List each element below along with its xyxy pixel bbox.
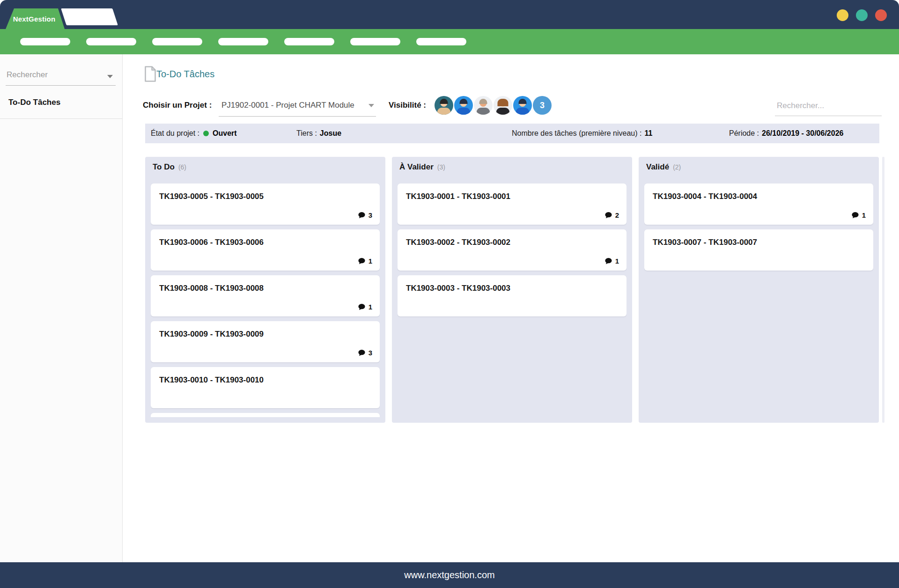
column-todo: To Do(6)TK1903-0005 - TK1903-00053TK1903… — [145, 157, 385, 423]
column-cards: TK1903-0005 - TK1903-00053TK1903-0006 - … — [151, 184, 380, 417]
project-period: Période : 26/10/2019 - 30/06/2026 — [729, 124, 843, 143]
avatar-glasses-icon[interactable] — [435, 96, 453, 115]
avatar-hair — [440, 99, 448, 104]
page-title: To-Do Tâches — [156, 69, 214, 80]
nav-pill-4[interactable] — [218, 38, 268, 45]
toolbar: Choisir un Projet : PJ1902-0001 - Projet… — [0, 96, 899, 117]
project-state-value: Ouvert — [213, 129, 237, 138]
column-count: (3) — [437, 162, 445, 171]
comment-count: 1 — [368, 257, 372, 265]
task-card[interactable]: TK1903-0010 - TK1903-0010 — [151, 367, 380, 408]
column-header: Validé(2) — [644, 162, 873, 178]
comment-badge: 2 — [604, 211, 619, 219]
maximize-button[interactable] — [856, 9, 868, 21]
chevron-down-icon — [107, 75, 113, 78]
project-tiers: Tiers : Josue — [296, 124, 341, 143]
task-card[interactable]: TK1903-0002 - TK1903-00021 — [398, 229, 626, 271]
comment-badge: 1 — [604, 257, 619, 265]
project-state-label: État du projet : — [151, 129, 199, 138]
sidebar-filter-select[interactable]: Rechercher — [6, 69, 116, 86]
chevron-down-icon — [368, 104, 374, 107]
column-title: À Valider — [399, 162, 434, 172]
project-select-label: Choisir un Projet : — [143, 101, 212, 110]
comment-count: 2 — [615, 211, 619, 219]
task-card[interactable]: TK1903-0007 - TK1903-0007 — [644, 229, 873, 271]
comment-badge: 1 — [851, 211, 866, 219]
nav-pill-2[interactable] — [86, 38, 136, 45]
task-card[interactable]: TK1903-0004 - TK1903-00041 — [644, 184, 873, 225]
comment-icon — [358, 303, 366, 310]
comment-badge: 1 — [358, 303, 372, 311]
comment-icon — [358, 349, 366, 356]
comment-badge: 1 — [358, 257, 372, 265]
visibility-label: Visibilité : — [389, 101, 426, 110]
app-header: NextGestion — [0, 0, 899, 29]
task-card[interactable]: TK1903-0003 - TK1903-0003 — [398, 275, 626, 316]
brand-tab[interactable]: NextGestion — [4, 8, 65, 29]
task-card-title: TK1903-0004 - TK1903-0004 — [653, 192, 757, 201]
task-card[interactable] — [151, 413, 380, 417]
project-task-count: Nombre des tâches (première niveau) : 11 — [512, 124, 652, 143]
project-select-value: PJ1902-0001 - Projet CHART Module — [221, 101, 354, 110]
task-card-title: TK1903-0003 - TK1903-0003 — [406, 284, 510, 293]
task-card[interactable]: TK1903-0005 - TK1903-00053 — [151, 184, 380, 225]
avatar-hair — [498, 99, 508, 106]
column-valide: Validé(2)TK1903-0004 - TK1903-00041TK190… — [639, 157, 879, 423]
secondary-tab[interactable] — [61, 8, 118, 25]
task-card-title: TK1903-0008 - TK1903-0008 — [159, 284, 264, 293]
period-value: 26/10/2019 - 30/06/2026 — [762, 129, 843, 138]
nav-pill-1[interactable] — [20, 38, 70, 45]
window-controls — [837, 9, 887, 21]
task-card-title: TK1903-0007 - TK1903-0007 — [653, 238, 757, 247]
comment-icon — [604, 212, 612, 219]
comment-icon — [358, 212, 366, 219]
column-header: To Do(6) — [151, 162, 380, 178]
avatar-torso — [437, 108, 450, 115]
task-card[interactable]: TK1903-0009 - TK1903-00093 — [151, 321, 380, 362]
task-card[interactable]: TK1903-0001 - TK1903-00012 — [398, 184, 626, 225]
task-card-title: TK1903-0010 - TK1903-0010 — [159, 375, 264, 385]
avatar-gray-icon[interactable] — [474, 96, 493, 115]
task-count-value: 11 — [644, 129, 652, 138]
task-card-title: TK1903-0001 - TK1903-0001 — [406, 192, 510, 201]
visibility-more-badge[interactable]: 3 — [533, 96, 552, 115]
column-cards: TK1903-0004 - TK1903-00041TK1903-0007 - … — [644, 184, 873, 417]
nav-pill-7[interactable] — [416, 38, 466, 45]
kanban-board: To Do(6)TK1903-0005 - TK1903-00053TK1903… — [145, 157, 879, 423]
avatar-torso — [477, 108, 490, 115]
task-card[interactable]: TK1903-0006 - TK1903-00061 — [151, 229, 380, 271]
task-card-title: TK1903-0005 - TK1903-0005 — [159, 192, 264, 201]
avatar-hair — [479, 99, 487, 104]
nav-pill-5[interactable] — [284, 38, 334, 45]
avatar-boy-icon[interactable] — [454, 96, 473, 115]
column-title: To Do — [153, 162, 175, 172]
comment-count: 1 — [862, 211, 866, 219]
project-select[interactable]: PJ1902-0001 - Projet CHART Module — [219, 96, 376, 117]
comment-count: 3 — [368, 349, 372, 357]
sidebar-filter-placeholder: Rechercher — [7, 70, 48, 80]
app-footer: www.nextgestion.com — [0, 562, 899, 588]
avatar-torso — [457, 108, 470, 115]
avatar-boy-icon[interactable] — [513, 96, 532, 115]
page-title-row: To-Do Tâches — [123, 65, 214, 83]
comment-badge: 3 — [358, 349, 372, 357]
board-search — [775, 96, 882, 116]
task-card[interactable]: TK1903-0008 - TK1903-00081 — [151, 275, 380, 316]
comment-icon — [851, 212, 859, 219]
column-count: (6) — [178, 162, 186, 171]
column-header: À Valider(3) — [398, 162, 626, 178]
minimize-button[interactable] — [837, 9, 848, 21]
comment-icon — [604, 257, 612, 265]
comment-count: 3 — [368, 211, 372, 219]
brand-logo-text: NextGestion — [13, 15, 56, 23]
avatar-hair — [460, 99, 468, 104]
nav-pill-3[interactable] — [152, 38, 202, 45]
open-status-dot-icon — [203, 131, 209, 136]
comment-count: 1 — [368, 303, 372, 311]
close-button[interactable] — [875, 9, 887, 21]
nav-pill-6[interactable] — [350, 38, 400, 45]
board-search-input[interactable] — [775, 96, 882, 116]
footer-url: www.nextgestion.com — [404, 570, 494, 581]
avatar-woman-icon[interactable] — [494, 96, 512, 115]
period-label: Période : — [729, 129, 759, 138]
